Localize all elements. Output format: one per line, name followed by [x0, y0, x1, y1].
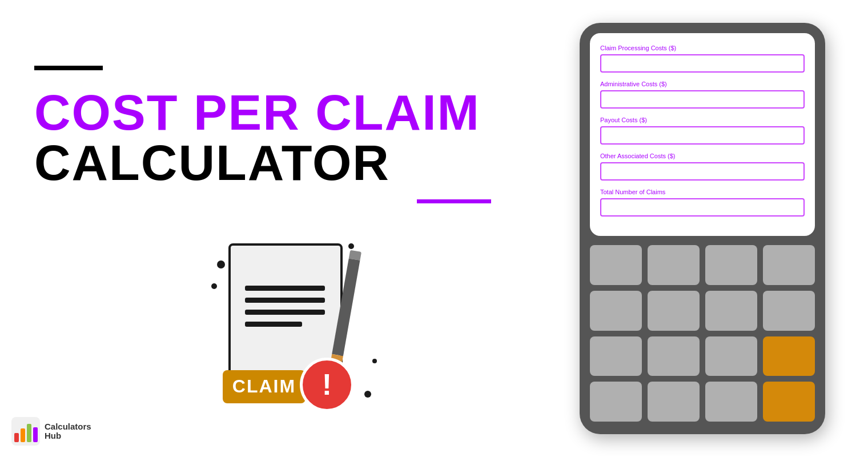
logo-brand-calculators: Calculators	[45, 422, 91, 432]
calc-btn-7[interactable]	[705, 291, 757, 331]
warning-icon: !	[300, 358, 354, 412]
calc-btn-10[interactable]	[648, 336, 700, 376]
calc-btn-4[interactable]	[763, 245, 815, 285]
label-payout: Payout Costs ($)	[600, 117, 805, 123]
logo-text: Calculators Hub	[45, 422, 91, 441]
calc-btn-8[interactable]	[763, 291, 815, 331]
calculator-buttons	[580, 236, 825, 434]
claim-badge: CLAIM	[223, 370, 306, 403]
calc-btn-3[interactable]	[705, 245, 757, 285]
dot4	[364, 391, 371, 398]
left-section: COST PER CLAIM CALCULATOR	[34, 54, 560, 403]
input-other-costs[interactable]	[600, 162, 805, 181]
page-container: COST PER CLAIM CALCULATOR	[0, 0, 868, 457]
top-decorative-bar	[34, 66, 103, 70]
label-other: Other Associated Costs ($)	[600, 153, 805, 159]
title-line1: COST PER CLAIM	[34, 87, 560, 138]
doc-line-1	[245, 286, 325, 291]
label-admin: Administrative Costs ($)	[600, 81, 805, 87]
label-total-claims: Total Number of Claims	[600, 189, 805, 195]
input-total-claims[interactable]	[600, 198, 805, 217]
calc-btn-1[interactable]	[590, 245, 642, 285]
calc-btn-9[interactable]	[590, 336, 642, 376]
field-group-admin: Administrative Costs ($)	[600, 81, 805, 109]
calc-btn-orange-2[interactable]	[763, 382, 815, 422]
right-section: Claim Processing Costs ($) Administrativ…	[560, 23, 834, 434]
exclamation-mark: !	[322, 370, 332, 399]
title-line2: CALCULATOR	[34, 138, 560, 188]
input-processing-costs[interactable]	[600, 54, 805, 73]
dot5	[372, 359, 377, 363]
dot3	[348, 243, 354, 249]
input-admin-costs[interactable]	[600, 90, 805, 109]
calc-btn-14[interactable]	[705, 382, 757, 422]
logo-brand-hub: Hub	[45, 431, 91, 441]
doc-line-3	[245, 310, 325, 315]
calculator: Claim Processing Costs ($) Administrativ…	[580, 23, 825, 434]
logo-icon	[11, 417, 40, 446]
claim-badge-text: CLAIM	[232, 376, 296, 397]
document-lines	[245, 286, 325, 327]
svg-rect-1	[14, 433, 19, 442]
calc-btn-11[interactable]	[705, 336, 757, 376]
calc-btn-orange-1[interactable]	[763, 336, 815, 376]
logo-container: Calculators Hub	[11, 417, 91, 446]
calculator-screen: Claim Processing Costs ($) Administrativ…	[590, 33, 815, 236]
svg-rect-2	[21, 428, 25, 442]
doc-line-4	[245, 322, 302, 327]
calc-btn-5[interactable]	[590, 291, 642, 331]
svg-rect-3	[27, 424, 31, 442]
purple-decorative-bar	[417, 199, 491, 203]
doc-line-2	[245, 298, 325, 303]
label-processing: Claim Processing Costs ($)	[600, 45, 805, 51]
dot2	[211, 283, 217, 289]
dot1	[217, 260, 225, 268]
field-group-processing: Claim Processing Costs ($)	[600, 45, 805, 73]
field-group-payout: Payout Costs ($)	[600, 117, 805, 145]
claim-illustration: CLAIM !	[206, 238, 388, 420]
calc-btn-6[interactable]	[648, 291, 700, 331]
calc-btn-12[interactable]	[590, 382, 642, 422]
svg-rect-4	[33, 427, 38, 442]
calc-btn-2[interactable]	[648, 245, 700, 285]
calc-btn-13[interactable]	[648, 382, 700, 422]
field-group-total: Total Number of Claims	[600, 189, 805, 217]
field-group-other: Other Associated Costs ($)	[600, 153, 805, 181]
input-payout-costs[interactable]	[600, 126, 805, 145]
